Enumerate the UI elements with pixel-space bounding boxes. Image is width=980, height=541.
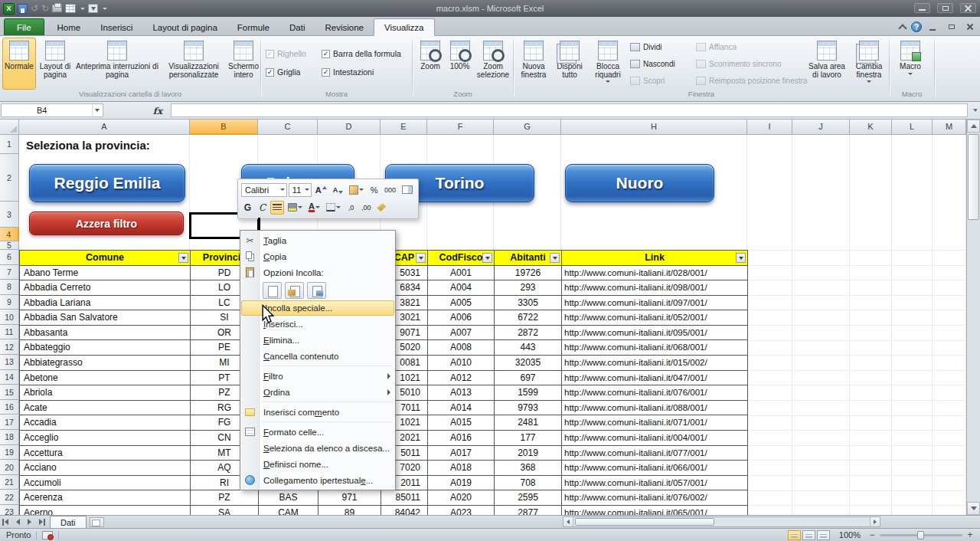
comune-cell[interactable]: Acerno xyxy=(20,506,191,515)
comune-cell[interactable]: Abbadia Lariana xyxy=(20,296,191,311)
tab-revisione[interactable]: Revisione xyxy=(315,19,374,35)
abitanti-cell[interactable]: 2595 xyxy=(495,490,562,506)
codfisco-cell[interactable]: A006 xyxy=(428,310,495,326)
menu-item-inserisci-commento[interactable]: Inserisci commento xyxy=(240,404,395,420)
row-header-22[interactable]: 22 xyxy=(0,490,19,506)
format-brush-button[interactable] xyxy=(374,201,388,215)
abitanti-cell[interactable]: 9793 xyxy=(495,401,562,416)
abitanti-cell[interactable]: 3305 xyxy=(495,296,562,311)
insert-function-button[interactable]: fx xyxy=(148,103,168,117)
table-header-abitanti[interactable]: Abitanti xyxy=(495,251,562,266)
scroll-right-icon[interactable] xyxy=(870,517,880,526)
comune-cell[interactable]: Abetone xyxy=(20,371,191,386)
abitanti-cell[interactable]: 2872 xyxy=(495,326,562,341)
table-header-comune[interactable]: Comune xyxy=(20,251,191,266)
macro-button[interactable]: Macro xyxy=(892,38,929,90)
col_d-cell[interactable]: 89 xyxy=(318,506,381,515)
row-header-14[interactable]: 14 xyxy=(0,370,19,385)
shrink-font-button[interactable]: A xyxy=(331,183,345,197)
scroll-left-icon[interactable] xyxy=(564,517,573,526)
link-cell[interactable]: http://www.comuni-italiani.it/097/001/ xyxy=(562,296,748,311)
tab-inserisci[interactable]: Inserisci xyxy=(90,19,142,35)
codfisco-cell[interactable]: A016 xyxy=(428,431,495,446)
column-header-m[interactable]: M xyxy=(933,120,966,135)
comune-cell[interactable]: Acciano xyxy=(20,461,191,476)
sheet-canvas[interactable]: Seleziona la provincia: Azzera filtro Co… xyxy=(19,135,966,515)
codfisco-cell[interactable]: A014 xyxy=(428,401,495,416)
formula-input[interactable] xyxy=(171,103,968,117)
row-header-7[interactable]: 7 xyxy=(0,265,19,280)
menu-item-filtro[interactable]: Filtro xyxy=(240,368,395,384)
first-sheet-button[interactable] xyxy=(2,517,11,527)
comune-cell[interactable]: Abbadia Cerreto xyxy=(20,280,191,296)
menu-item-seleziona-da-elenco-a-discesa[interactable]: Seleziona da elenco a discesa... xyxy=(240,440,395,456)
abitanti-cell[interactable]: 708 xyxy=(495,476,562,491)
link-cell[interactable]: http://www.comuni-italiani.it/028/001/ xyxy=(562,266,748,281)
comune-cell[interactable]: Abbateggio xyxy=(20,340,191,356)
name-box-dropdown-icon[interactable] xyxy=(92,105,102,116)
last-sheet-button[interactable] xyxy=(36,517,46,527)
row-header-16[interactable]: 16 xyxy=(0,400,19,415)
tab-dati[interactable]: Dati xyxy=(279,19,315,35)
dividi-button[interactable]: Dividi xyxy=(628,38,694,55)
intestazioni-checkbox[interactable]: ✓Intestazioni xyxy=(322,63,407,81)
row-header-23[interactable]: 23 xyxy=(0,505,19,515)
merge-center-button[interactable] xyxy=(400,183,415,197)
nuova-finestra-button[interactable]: Nuova finestra xyxy=(516,38,551,90)
codfisco-cell[interactable]: A018 xyxy=(428,461,495,476)
comune-cell[interactable]: Accadia xyxy=(20,415,191,431)
italic-button[interactable]: C xyxy=(256,201,269,215)
restore-button[interactable] xyxy=(937,3,953,13)
row-header-17[interactable]: 17 xyxy=(0,415,19,431)
provincia-cell[interactable]: PZ xyxy=(191,490,259,506)
row-header-15[interactable]: 15 xyxy=(0,385,19,400)
disponi-tutto-button[interactable]: Disponi tutto xyxy=(551,38,588,90)
decrease-decimal-button[interactable]: ,0 xyxy=(345,201,358,215)
codfisco-cell[interactable]: A008 xyxy=(428,340,495,356)
vertical-scroll-thumb[interactable] xyxy=(968,134,979,220)
cambia-finestra-button[interactable]: Cambia finestra xyxy=(848,38,890,90)
comune-cell[interactable]: Abbadia San Salvatore xyxy=(20,310,191,326)
visualizzazioni-personalizzate-button[interactable]: Visualizzazioni personalizzate xyxy=(160,38,227,90)
previous-sheet-button[interactable] xyxy=(13,517,23,527)
redo-button[interactable]: ↻ xyxy=(41,3,49,15)
column-header-l[interactable]: L xyxy=(892,120,933,135)
normale-button[interactable]: Normale xyxy=(2,38,36,90)
link-cell[interactable]: http://www.comuni-italiani.it/088/001/ xyxy=(562,401,748,416)
column-header-j[interactable]: J xyxy=(792,120,850,135)
bold-button[interactable]: G xyxy=(241,201,254,215)
row-header-10[interactable]: 10 xyxy=(0,310,19,325)
zoom-level[interactable]: 100% xyxy=(839,530,861,539)
cap-cell[interactable]: 85011 xyxy=(381,490,428,506)
codfisco-cell[interactable]: A005 xyxy=(428,296,495,311)
percent-style-button[interactable]: % xyxy=(368,183,381,197)
100-button[interactable]: 100% xyxy=(446,38,474,90)
format-painter-button[interactable] xyxy=(347,183,366,197)
codfisco-cell[interactable]: A015 xyxy=(428,415,495,431)
abitanti-cell[interactable]: 697 xyxy=(495,371,562,386)
link-cell[interactable]: http://www.comuni-italiani.it/047/001/ xyxy=(562,371,748,386)
link-cell[interactable]: http://www.comuni-italiani.it/066/001/ xyxy=(562,461,748,476)
link-cell[interactable]: http://www.comuni-italiani.it/068/001/ xyxy=(562,340,748,356)
link-cell[interactable]: http://www.comuni-italiani.it/057/001/ xyxy=(562,476,748,491)
comune-cell[interactable]: Abbasanta xyxy=(20,326,191,341)
codfisco-cell[interactable]: A004 xyxy=(428,280,495,296)
provincia-cell[interactable]: SA xyxy=(191,506,259,515)
cap-cell[interactable]: 84042 xyxy=(381,506,428,515)
close-button[interactable] xyxy=(960,3,976,13)
blocca-riquadri-button[interactable]: Blocca riquadri xyxy=(588,38,628,90)
filter-dropdown-icon[interactable] xyxy=(416,253,426,263)
comune-cell[interactable]: Abano Terme xyxy=(20,266,191,281)
abitanti-cell[interactable]: 2877 xyxy=(495,506,562,515)
regione-cell[interactable]: BAS xyxy=(259,490,318,506)
menu-item-ordina[interactable]: Ordina xyxy=(240,384,395,400)
tab-home[interactable]: Home xyxy=(47,19,91,35)
column-header-h[interactable]: H xyxy=(561,120,747,135)
regione-cell[interactable]: CAM xyxy=(259,506,318,515)
codfisco-cell[interactable]: A001 xyxy=(428,266,495,281)
row-header-1[interactable]: 1 xyxy=(0,135,19,154)
link-cell[interactable]: http://www.comuni-italiani.it/095/001/ xyxy=(562,326,748,341)
sort-button[interactable] xyxy=(88,4,98,13)
expand-formula-bar-icon[interactable] xyxy=(970,103,980,117)
table-header-codfisco[interactable]: CodFisco xyxy=(428,251,495,266)
